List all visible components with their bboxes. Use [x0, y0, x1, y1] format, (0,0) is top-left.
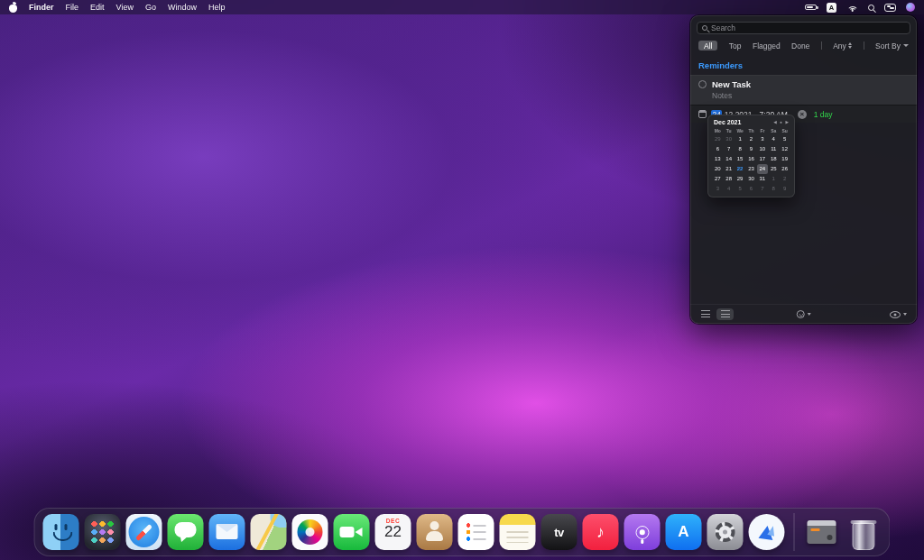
detail-list-view-button[interactable]	[716, 308, 734, 321]
control-center-icon[interactable]	[884, 4, 896, 12]
compact-list-view-button[interactable]	[697, 308, 714, 321]
calendar-today-icon[interactable]: ●	[780, 120, 782, 124]
calendar-day[interactable]: 3	[712, 184, 723, 194]
calendar-day[interactable]: 15	[735, 154, 745, 164]
spotlight-search-icon[interactable]	[868, 5, 874, 11]
clear-date-icon[interactable]: ×	[798, 110, 807, 119]
visibility-menu-button[interactable]	[886, 308, 911, 320]
trash-icon[interactable]	[845, 514, 882, 550]
calendar-day[interactable]: 7	[757, 184, 768, 194]
finder-dock-icon[interactable]	[43, 514, 79, 550]
menu-window[interactable]: Window	[168, 0, 197, 14]
messages-dock-icon[interactable]	[168, 514, 204, 550]
filter-all[interactable]: All	[698, 41, 717, 50]
calendar-day[interactable]: 20	[712, 164, 723, 174]
calendar-day[interactable]: 13	[712, 154, 723, 164]
calendar-day[interactable]: 10	[757, 144, 768, 154]
menu-app-finder[interactable]: Finder	[29, 0, 54, 14]
mail-dock-icon[interactable]	[209, 514, 245, 550]
apple-tv-dock-icon[interactable]: tv	[541, 514, 578, 550]
calendar-day[interactable]: 1	[768, 174, 779, 184]
input-source-icon[interactable]: A	[827, 3, 836, 13]
calendar-day[interactable]: 2	[745, 134, 756, 144]
calendar-prev-icon[interactable]: ◀	[773, 120, 777, 124]
calendar-day[interactable]: 12	[779, 144, 790, 154]
filter-flagged[interactable]: Flagged	[753, 41, 781, 50]
reminders-dock-icon[interactable]	[458, 514, 494, 550]
wifi-icon[interactable]	[846, 4, 858, 12]
calendar-day[interactable]: 30	[724, 134, 735, 144]
emoji-menu-button[interactable]	[792, 308, 815, 321]
battery-icon[interactable]	[805, 5, 817, 11]
calendar-day[interactable]: 22	[735, 164, 745, 174]
menu-view[interactable]: View	[116, 0, 134, 14]
external-drive-icon[interactable]	[804, 514, 840, 550]
calendar-day[interactable]: 6	[712, 144, 723, 154]
calendar-day[interactable]: 14	[724, 154, 735, 164]
calendar-day[interactable]: 29	[735, 174, 745, 184]
calendar-day[interactable]: 18	[768, 154, 779, 164]
calendar-day[interactable]: 5	[735, 184, 745, 194]
calendar-header: Dec 2021 ◀ ● ▶	[712, 119, 790, 127]
blue-app-dock-icon[interactable]	[749, 514, 785, 550]
calendar-day[interactable]: 8	[768, 184, 779, 194]
calendar-grid: MoTuWeThFrSaSu29301234567891011121314151…	[712, 127, 790, 194]
calendar-day[interactable]: 2	[779, 174, 790, 184]
calendar-day[interactable]: 27	[712, 174, 723, 184]
calendar-day[interactable]: 17	[757, 154, 768, 164]
siri-icon[interactable]	[906, 3, 915, 12]
calendar-day[interactable]: 8	[735, 144, 745, 154]
calendar-day[interactable]: 19	[779, 154, 790, 164]
calendar-day[interactable]: 5	[779, 134, 790, 144]
photos-dock-icon[interactable]	[292, 514, 328, 550]
calendar-day[interactable]: 4	[724, 184, 735, 194]
apple-menu-icon[interactable]	[9, 3, 17, 13]
menu-help[interactable]: Help	[208, 0, 226, 14]
safari-dock-icon[interactable]	[126, 514, 162, 550]
calendar-day[interactable]: 28	[724, 174, 735, 184]
calendar-day[interactable]: 26	[779, 164, 790, 174]
menu-file[interactable]: File	[66, 0, 79, 14]
calendar-icon	[698, 110, 707, 118]
calendar-day[interactable]: 7	[724, 144, 735, 154]
app-store-dock-icon[interactable]: A	[666, 514, 702, 550]
contacts-dock-icon[interactable]	[417, 514, 453, 550]
calendar-day[interactable]: 24	[757, 164, 768, 174]
calendar-day[interactable]: 23	[745, 164, 756, 174]
calendar-day[interactable]: 30	[745, 174, 756, 184]
calendar-day[interactable]: 21	[724, 164, 735, 174]
launchpad-dock-icon[interactable]	[85, 514, 121, 550]
calendar-day[interactable]: 6	[745, 184, 756, 194]
calendar-day[interactable]: 11	[768, 144, 779, 154]
calendar-day[interactable]: 16	[745, 154, 756, 164]
search-field[interactable]	[697, 22, 910, 34]
calendar-day[interactable]: 1	[735, 134, 745, 144]
calendar-day[interactable]: 29	[712, 134, 723, 144]
task-title-row[interactable]: New Task	[690, 76, 917, 90]
menu-go[interactable]: Go	[145, 0, 156, 14]
menu-edit[interactable]: Edit	[90, 0, 105, 14]
facetime-dock-icon[interactable]	[334, 514, 370, 550]
calendar-day[interactable]: 25	[768, 164, 779, 174]
chevron-down-icon	[903, 44, 909, 47]
calendar-next-icon[interactable]: ▶	[785, 120, 789, 124]
search-input[interactable]	[711, 23, 905, 32]
calendar-day[interactable]: 9	[779, 184, 790, 194]
notes-dock-icon[interactable]	[500, 514, 536, 550]
sort-by-dropdown[interactable]: Sort By	[875, 41, 909, 50]
system-preferences-dock-icon[interactable]	[707, 514, 744, 550]
calendar-day[interactable]: 9	[745, 144, 756, 154]
task-checkbox[interactable]	[698, 80, 707, 88]
reminder-offset-label[interactable]: 1 day	[814, 110, 833, 119]
filter-any-dropdown[interactable]: Any	[833, 41, 852, 50]
task-notes-field[interactable]: Notes	[690, 90, 917, 105]
filter-top[interactable]: Top	[729, 41, 742, 50]
calendar-dock-icon[interactable]: DEC 22	[375, 514, 411, 550]
calendar-day[interactable]: 3	[757, 134, 768, 144]
music-dock-icon[interactable]: ♪	[583, 514, 619, 550]
podcasts-dock-icon[interactable]	[624, 514, 661, 550]
calendar-day[interactable]: 31	[757, 174, 768, 184]
maps-dock-icon[interactable]	[251, 514, 287, 550]
filter-done[interactable]: Done	[791, 41, 809, 50]
calendar-day[interactable]: 4	[768, 134, 779, 144]
